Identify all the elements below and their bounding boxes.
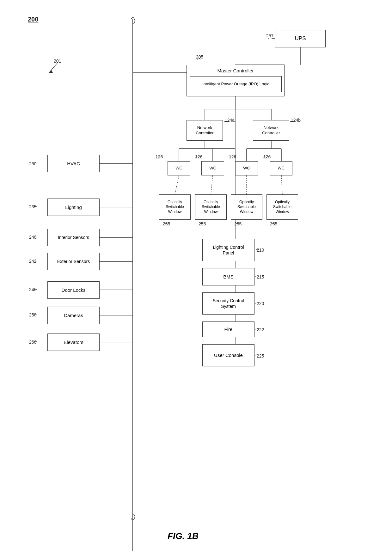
ref-126-3: 126 — [229, 154, 236, 159]
ref-235: 235 — [29, 204, 36, 209]
ref-240: 240 — [29, 235, 36, 240]
box-osw2: Optically Switchable Window — [195, 194, 227, 220]
ref-205: 205 — [196, 54, 203, 59]
ref-250: 250 — [29, 312, 36, 317]
ref-225: 225 — [257, 353, 264, 358]
box-uc: User Console — [202, 344, 254, 366]
ref-126-4: 126 — [263, 154, 271, 159]
box-exterior-sensors: Exterior Sensors — [47, 253, 100, 270]
ref-257: 257 — [266, 33, 273, 38]
box-bms: BMS — [202, 268, 254, 285]
svg-line-17 — [211, 175, 213, 194]
box-hvac: HVAC — [47, 155, 100, 172]
ref-245: 245 — [29, 287, 36, 292]
mc-outer-label: Master Controller — [187, 68, 284, 74]
box-nc-right: Network Controller — [253, 120, 289, 141]
ref-124b: 124b — [291, 118, 301, 123]
ref-255-4: 255 — [270, 221, 277, 226]
ref-255-2: 255 — [199, 221, 206, 226]
ref-126-1: 126 — [156, 154, 163, 159]
box-osw4: Optically Switchable Window — [266, 194, 298, 220]
diagram-container: 200 201 UPS Master Controller Intelligen… — [0, 0, 392, 551]
box-lcp: Lighting Control Panel — [202, 239, 254, 261]
ref-215: 215 — [257, 274, 264, 279]
ref-222: 222 — [257, 327, 264, 332]
box-scs: Security Control System — [202, 292, 254, 315]
svg-line-19 — [281, 175, 282, 194]
box-door-locks: Door Locks — [47, 281, 100, 299]
figure-label: FIG. 1B — [168, 531, 199, 541]
svg-marker-42 — [49, 70, 53, 73]
ref-124a: 124a — [225, 118, 235, 123]
box-nc-left: Network Controller — [187, 120, 223, 141]
box-osw1: Optically Switchable Window — [159, 194, 191, 220]
box-fire: Fire — [202, 321, 254, 337]
box-ups: UPS — [275, 30, 326, 47]
box-cameras: Cameras — [47, 307, 100, 324]
box-lighting: Lighting — [47, 199, 100, 216]
ref-255-3: 255 — [234, 221, 242, 226]
box-elevators: Elevators — [47, 334, 100, 351]
ref-255-1: 255 — [163, 221, 170, 226]
ref-201: 201 — [54, 58, 61, 64]
svg-line-16 — [175, 175, 179, 194]
box-ipo-logic: Intelligent Power Outage (IPO) Logic — [190, 76, 282, 92]
ref-220: 220 — [257, 301, 264, 306]
ref-260: 260 — [29, 340, 36, 345]
box-interior-sensors: Interior Sensors — [47, 229, 100, 246]
ref-230: 230 — [29, 161, 36, 166]
figure-number: 200 — [28, 16, 38, 23]
ref-210: 210 — [257, 248, 264, 253]
box-wc3: WC — [235, 161, 258, 175]
box-osw3: Optically Switchable Window — [231, 194, 262, 220]
box-wc2: WC — [201, 161, 224, 175]
box-master-controller-outer: Master Controller Intelligent Power Outa… — [187, 65, 285, 96]
ref-242: 242 — [29, 259, 36, 264]
ref-126-2: 126 — [195, 154, 202, 159]
box-wc4: WC — [270, 161, 292, 175]
box-wc1: WC — [168, 161, 190, 175]
